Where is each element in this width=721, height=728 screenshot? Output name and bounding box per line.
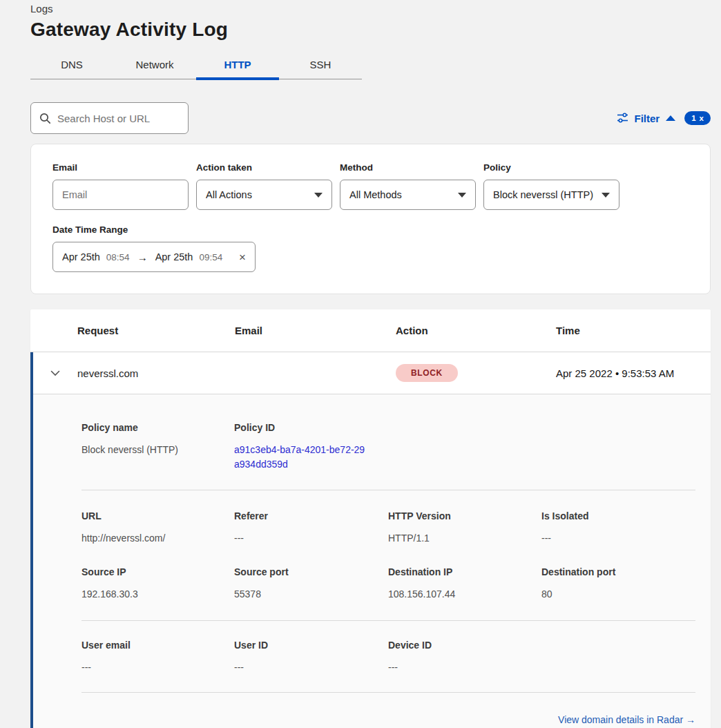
source-ip-field: Source IP 192.168.30.3 bbox=[81, 566, 234, 602]
device-id-value: --- bbox=[388, 660, 541, 675]
policy-name-field: Policy name Block neverssl (HTTP) bbox=[81, 422, 234, 472]
radar-details-link[interactable]: View domain details in Radar → bbox=[558, 714, 695, 725]
policy-value: Block neverssl (HTTP) bbox=[493, 189, 593, 200]
row-action-cell: BLOCK bbox=[396, 364, 556, 382]
tab-ssh[interactable]: SSH bbox=[279, 53, 362, 79]
chevron-down-icon bbox=[314, 193, 323, 198]
http-version-value: HTTP/1.1 bbox=[388, 531, 541, 546]
tab-http[interactable]: HTTP bbox=[196, 53, 279, 79]
search-filter-row: Filter 1 x bbox=[30, 102, 711, 134]
policy-id-field: Policy ID a91c3eb4-ba7a-4201-be72-29a934… bbox=[234, 422, 388, 472]
policy-select[interactable]: Block neverssl (HTTP) bbox=[483, 180, 619, 210]
email-input[interactable] bbox=[62, 189, 179, 200]
search-box[interactable] bbox=[30, 102, 189, 134]
source-port-value: 55378 bbox=[234, 587, 388, 602]
chevron-up-icon[interactable] bbox=[666, 115, 675, 121]
page-title: Gateway Activity Log bbox=[30, 19, 711, 41]
arrow-right-icon: → bbox=[136, 251, 149, 263]
user-section: User email --- User ID --- Device ID --- bbox=[81, 620, 695, 692]
policy-name-label: Policy name bbox=[81, 422, 234, 433]
filter-panel: Email Action taken All Actions Method Al… bbox=[30, 144, 711, 294]
http-version-label: HTTP Version bbox=[388, 510, 541, 521]
col-time: Time bbox=[556, 325, 711, 336]
expanded-row-group: neverssl.com BLOCK Apr 25 2022 • 9:53:53… bbox=[30, 352, 711, 728]
policy-id-label: Policy ID bbox=[234, 422, 388, 433]
policy-label: Policy bbox=[483, 162, 619, 173]
source-ip-value: 192.168.30.3 bbox=[81, 587, 234, 602]
row-time: Apr 25 2022 • 9:53:53 AM bbox=[556, 367, 711, 379]
log-table: Request Email Action Time neverssl.com B… bbox=[30, 309, 711, 728]
chevron-down-icon bbox=[602, 193, 610, 198]
date-range-picker[interactable]: Apr 25th 08:54 → Apr 25th 09:54 × bbox=[52, 242, 256, 272]
method-value: All Methods bbox=[349, 189, 402, 200]
destination-port-field: Destination port 80 bbox=[541, 566, 695, 602]
action-taken-select[interactable]: All Actions bbox=[196, 180, 332, 210]
source-ip-label: Source IP bbox=[81, 566, 234, 577]
url-field: URL http://neverssl.com/ bbox=[81, 510, 234, 546]
destination-port-value: 80 bbox=[541, 587, 695, 602]
method-select[interactable]: All Methods bbox=[340, 180, 476, 210]
clear-date-icon[interactable]: × bbox=[239, 251, 246, 263]
email-label: Email bbox=[52, 162, 189, 173]
destination-ip-label: Destination IP bbox=[388, 566, 541, 577]
source-port-label: Source port bbox=[234, 566, 388, 577]
filter-label: Filter bbox=[635, 113, 660, 124]
filter-clear-x[interactable]: x bbox=[700, 114, 704, 122]
tab-bar: DNS Network HTTP SSH bbox=[30, 53, 362, 79]
referer-label: Referer bbox=[234, 510, 388, 521]
filter-count: 1 bbox=[691, 114, 695, 122]
tab-network[interactable]: Network bbox=[113, 53, 196, 79]
filter-field-email: Email bbox=[52, 162, 189, 210]
user-id-label: User ID bbox=[234, 640, 388, 651]
user-email-value: --- bbox=[81, 660, 234, 675]
end-time: 09:54 bbox=[199, 252, 222, 262]
search-icon bbox=[39, 113, 51, 124]
filter-field-method: Method All Methods bbox=[340, 162, 476, 210]
filter-count-badge[interactable]: 1 x bbox=[684, 111, 711, 125]
user-id-field: User ID --- bbox=[234, 640, 388, 675]
col-email: Email bbox=[235, 325, 396, 336]
policy-name-value: Block neverssl (HTTP) bbox=[81, 443, 234, 457]
search-input[interactable] bbox=[57, 113, 180, 124]
row-request: neverssl.com bbox=[77, 367, 235, 379]
is-isolated-field: Is Isolated --- bbox=[541, 510, 695, 546]
action-taken-label: Action taken bbox=[196, 162, 332, 173]
device-id-label: Device ID bbox=[388, 640, 541, 651]
chevron-down-icon bbox=[458, 193, 466, 198]
row-expand-chevron-icon[interactable] bbox=[33, 370, 77, 376]
user-id-value: --- bbox=[234, 660, 388, 675]
user-email-field: User email --- bbox=[81, 640, 234, 675]
filter-field-daterange: Date Time Range Apr 25th 08:54 → Apr 25t… bbox=[52, 224, 256, 272]
action-taken-value: All Actions bbox=[206, 189, 252, 200]
destination-port-label: Destination port bbox=[541, 566, 695, 577]
url-label: URL bbox=[81, 510, 234, 521]
policy-id-link[interactable]: a91c3eb4-ba7a-4201-be72-29a934dd359d bbox=[234, 443, 365, 472]
block-status-badge: BLOCK bbox=[396, 364, 458, 382]
http-version-field: HTTP Version HTTP/1.1 bbox=[388, 510, 541, 546]
policy-section: Policy name Block neverssl (HTTP) Policy… bbox=[81, 394, 695, 490]
start-time: 08:54 bbox=[106, 252, 130, 262]
source-port-field: Source port 55378 bbox=[234, 566, 388, 602]
table-header: Request Email Action Time bbox=[30, 309, 711, 352]
filter-field-policy: Policy Block neverssl (HTTP) bbox=[483, 162, 619, 210]
is-isolated-label: Is Isolated bbox=[541, 510, 695, 521]
tab-dns[interactable]: DNS bbox=[30, 53, 113, 79]
end-date: Apr 25th bbox=[155, 251, 193, 262]
user-email-label: User email bbox=[81, 640, 234, 651]
destination-ip-value: 108.156.107.44 bbox=[388, 587, 541, 602]
col-action: Action bbox=[396, 325, 556, 336]
method-label: Method bbox=[340, 162, 476, 173]
filter-toggle[interactable]: Filter 1 x bbox=[617, 111, 711, 125]
radar-section: View domain details in Radar → bbox=[81, 692, 695, 728]
device-id-field: Device ID --- bbox=[388, 640, 541, 675]
start-date: Apr 25th bbox=[62, 251, 100, 262]
url-value: http://neverssl.com/ bbox=[81, 531, 234, 546]
http-section: URL http://neverssl.com/ Referer --- HTT… bbox=[81, 490, 695, 620]
is-isolated-value: --- bbox=[541, 531, 695, 546]
breadcrumb: Logs bbox=[30, 3, 711, 15]
table-row[interactable]: neverssl.com BLOCK Apr 25 2022 • 9:53:53… bbox=[33, 352, 711, 394]
row-details-panel: Policy name Block neverssl (HTTP) Policy… bbox=[33, 394, 711, 728]
date-range-label: Date Time Range bbox=[52, 224, 256, 235]
filter-field-action: Action taken All Actions bbox=[196, 162, 332, 210]
referer-field: Referer --- bbox=[234, 510, 388, 546]
